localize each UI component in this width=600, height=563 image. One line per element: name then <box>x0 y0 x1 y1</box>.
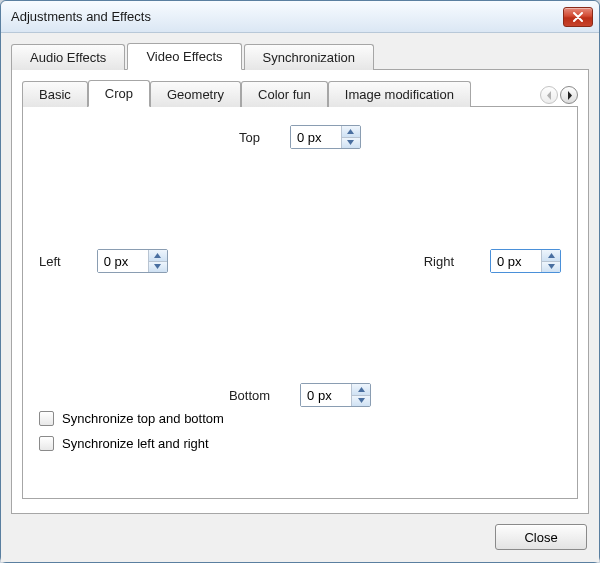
chevron-down-icon <box>154 264 161 269</box>
sync-left-right-checkbox[interactable] <box>39 436 54 451</box>
client-area: Audio Effects Video Effects Synchronizat… <box>1 33 599 562</box>
close-button-label: Close <box>524 530 557 545</box>
crop-right-input[interactable] <box>491 250 541 272</box>
crop-left-label: Left <box>39 254 61 269</box>
subtab-strip: Basic Crop Geometry Color fun Image modi… <box>22 78 578 106</box>
crop-top-spin-buttons <box>341 126 360 148</box>
window-title: Adjustments and Effects <box>11 9 563 24</box>
subtab-image-modification[interactable]: Image modification <box>328 81 471 107</box>
subtab-scroll-controls <box>540 86 578 106</box>
crop-bottom-spin-buttons <box>351 384 370 406</box>
crop-panel: Top Left <box>22 106 578 499</box>
subtab-scroll-right[interactable] <box>560 86 578 104</box>
tab-audio-effects[interactable]: Audio Effects <box>11 44 125 70</box>
sync-top-bottom-checkbox[interactable] <box>39 411 54 426</box>
chevron-up-icon <box>347 129 354 134</box>
crop-right-label: Right <box>424 254 454 269</box>
sync-top-bottom-label: Synchronize top and bottom <box>62 411 224 426</box>
crop-right-group: Right <box>424 249 561 273</box>
video-effects-panel: Basic Crop Geometry Color fun Image modi… <box>11 69 589 514</box>
dialog-footer: Close <box>11 514 589 552</box>
crop-top-label: Top <box>239 130 260 145</box>
crop-bottom-label: Bottom <box>229 388 270 403</box>
chevron-down-icon <box>548 264 555 269</box>
tab-synchronization[interactable]: Synchronization <box>244 44 375 70</box>
crop-bottom-step-up[interactable] <box>352 384 370 396</box>
subtab-geometry[interactable]: Geometry <box>150 81 241 107</box>
crop-left-step-up[interactable] <box>149 250 167 262</box>
crop-top-step-up[interactable] <box>342 126 360 138</box>
chevron-up-icon <box>358 387 365 392</box>
crop-middle-row: Left Right <box>39 249 561 273</box>
chevron-up-icon <box>154 253 161 258</box>
chevron-left-icon <box>546 91 553 100</box>
crop-left-step-down[interactable] <box>149 262 167 273</box>
crop-left-group: Left <box>39 249 168 273</box>
crop-left-spin-buttons <box>148 250 167 272</box>
crop-bottom-input[interactable] <box>301 384 351 406</box>
crop-top-input[interactable] <box>291 126 341 148</box>
sync-left-right-label: Synchronize left and right <box>62 436 209 451</box>
chevron-right-icon <box>566 91 573 100</box>
chevron-down-icon <box>347 140 354 145</box>
sync-top-bottom-row[interactable]: Synchronize top and bottom <box>39 411 561 426</box>
chevron-down-icon <box>358 398 365 403</box>
subtab-scroll-left[interactable] <box>540 86 558 104</box>
crop-top-spinbox[interactable] <box>290 125 361 149</box>
crop-right-spin-buttons <box>541 250 560 272</box>
crop-right-spinbox[interactable] <box>490 249 561 273</box>
crop-right-step-down[interactable] <box>542 262 560 273</box>
chevron-up-icon <box>548 253 555 258</box>
tab-video-effects[interactable]: Video Effects <box>127 43 241 70</box>
subtab-color-fun[interactable]: Color fun <box>241 81 328 107</box>
close-button[interactable]: Close <box>495 524 587 550</box>
sync-left-right-row[interactable]: Synchronize left and right <box>39 436 561 451</box>
main-tabstrip: Audio Effects Video Effects Synchronizat… <box>11 41 589 69</box>
crop-bottom-spinbox[interactable] <box>300 383 371 407</box>
subtab-crop[interactable]: Crop <box>88 80 150 107</box>
crop-top-row: Top <box>39 125 561 149</box>
crop-bottom-step-down[interactable] <box>352 396 370 407</box>
close-icon <box>573 12 583 22</box>
titlebar: Adjustments and Effects <box>1 1 599 33</box>
crop-right-step-up[interactable] <box>542 250 560 262</box>
dialog-window: Adjustments and Effects Audio Effects Vi… <box>0 0 600 563</box>
sync-checkboxes: Synchronize top and bottom Synchronize l… <box>39 411 561 451</box>
crop-top-step-down[interactable] <box>342 138 360 149</box>
crop-left-spinbox[interactable] <box>97 249 168 273</box>
crop-bottom-row: Bottom <box>39 383 561 407</box>
subtab-basic[interactable]: Basic <box>22 81 88 107</box>
crop-left-input[interactable] <box>98 250 148 272</box>
window-close-button[interactable] <box>563 7 593 27</box>
